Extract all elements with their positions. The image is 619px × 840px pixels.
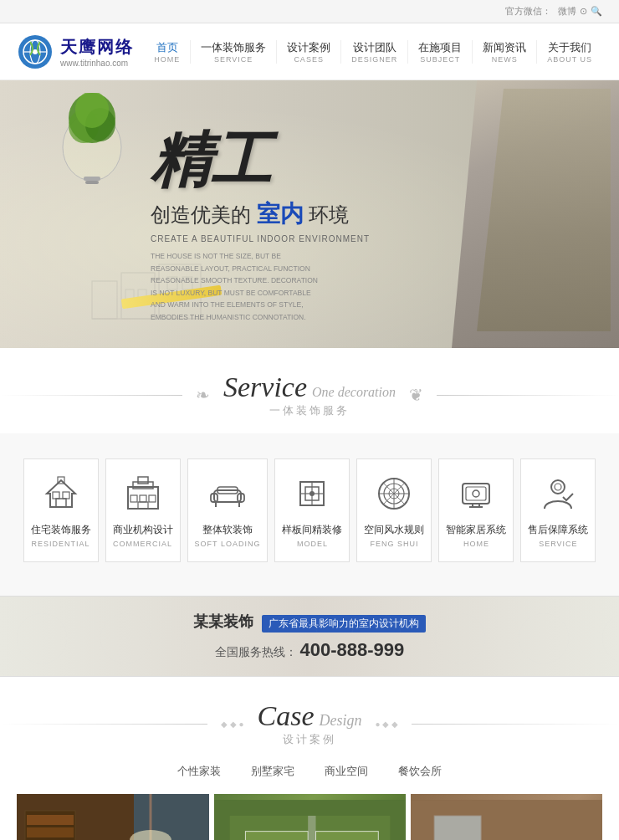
service-commercial-cn: 商业机构设计 [113,523,173,537]
cases-section-divider: ◆ ◆ ● Case Design 设计案例 ● ◆ ◆ [0,677,619,762]
filter-personal[interactable]: 个性家装 [171,762,228,781]
divider-line-left [0,395,182,396]
service-title-en: Service [223,371,307,403]
hero-en-title: CREATE A BEAUTIFUL INDOOR ENVIRONMENT [151,234,370,243]
svg-rect-63 [27,827,74,837]
service-residential-cn: 住宅装饰服务 [31,523,91,537]
svg-rect-21 [53,492,59,499]
service-item-residential[interactable]: 住宅装饰服务 RESIDENTIAL [23,458,99,562]
svg-rect-20 [56,499,66,507]
svg-rect-62 [27,815,74,825]
divider-line-right [437,395,619,396]
svg-rect-73 [316,832,379,840]
header: 天鹰网络 www.titrinhao.com 首页 HOME 一体装饰服务 SE… [0,23,619,80]
cases-title-area: Case Design 设计案例 [258,700,362,747]
hero-sub-title: 创造优美的 室内 环境 [151,199,370,229]
service-item-aftersale[interactable]: 售后保障系统 SERVICE [520,458,596,562]
cases-title-en: Case [258,700,315,732]
services-section: 住宅装饰服务 RESIDENTIAL 商业机构设计 COMMERCIAL 整体软… [0,433,619,596]
service-item-model[interactable]: 样板间精装修 MODEL [274,458,350,562]
nav-about[interactable]: 关于我们 ABOUT US [537,40,602,64]
nav-designer[interactable]: 设计团队 DESIGNER [341,40,408,64]
svg-point-55 [551,480,565,494]
nav-designer-cn: 设计团队 [353,40,396,55]
service-item-commercial[interactable]: 商业机构设计 COMMERCIAL [105,458,181,562]
nav-cases[interactable]: 设计案例 CASES [277,40,341,64]
nav-about-en: ABOUT US [547,55,592,64]
filter-villa[interactable]: 别墅家宅 [244,762,301,781]
case-item-top1[interactable]: 巴达老寨茶馆装修设计 巴达老寨茶馆装修设计... [214,794,406,840]
svg-point-41 [310,491,315,496]
service-title-area: Service One decoration 一体装饰服务 [223,371,396,418]
svg-rect-27 [130,495,137,502]
svg-rect-26 [138,477,148,484]
cases-title-cn: 设计案例 [283,732,336,747]
hero-main-title: 精工 [151,131,370,191]
main-nav: 首页 HOME 一体装饰服务 SERVICE 设计案例 CASES 设计团队 D… [144,40,602,64]
sofa-icon [207,473,248,515]
cta-phone-number: 400-888-999 [300,639,405,660]
nav-home[interactable]: 首页 HOME [144,40,191,64]
commercial-icon [122,473,164,515]
search-icon[interactable]: 🔍 [591,6,602,17]
service-commercial-en: COMMERCIAL [113,540,172,548]
floral-deco-left: ❧ [196,385,210,405]
cases-deco-left: ◆ ◆ ● [221,720,244,729]
filter-dining[interactable]: 餐饮会所 [391,762,448,781]
service-model-cn: 样板间精装修 [282,523,342,537]
service-item-smart[interactable]: 智能家居系统 HOME [438,458,514,562]
service-model-en: MODEL [297,540,328,548]
svg-point-54 [473,490,479,497]
filter-commercial[interactable]: 商业空间 [318,762,375,781]
svg-point-4 [33,49,38,54]
svg-point-56 [555,484,561,490]
official-wechat-label: 官方微信： [505,5,551,18]
service-aftersale-en: SERVICE [539,540,577,548]
nav-news-cn: 新闻资讯 [483,40,526,55]
nav-home-cn: 首页 [156,40,178,55]
service-fengshui-cn: 空间风水规则 [364,523,424,537]
hero-banner: 精工 创造优美的 室内 环境 CREATE A BEAUTIFUL INDOOR… [0,80,619,348]
case-item-top2[interactable]: 巴达老寨茶馆装修设计1 巴达老寨茶馆装修设计... [411,794,602,840]
svg-rect-72 [245,832,308,840]
cases-filter: 个性家装 别墅家宅 商业空间 餐饮会所 [0,762,619,781]
cases-title-en-sub: Design [320,712,362,730]
svg-rect-29 [149,495,156,502]
service-icon [537,473,579,515]
service-item-fengshui[interactable]: 空间风水规则 FENG SHUI [356,458,432,562]
service-residential-en: RESIDENTIAL [32,540,90,548]
nav-service[interactable]: 一体装饰服务 SERVICE [191,40,277,64]
cases-deco-right: ● ◆ ◆ [376,720,399,729]
cases-grid: 巴达老寨茶馆装修设计4 巴达老寨茶馆装修设计... 巴达老寨茶馆装修设计 巴达老… [0,794,619,840]
service-smart-en: HOME [463,540,489,548]
service-fengshui-en: FENG SHUI [370,540,418,548]
service-item-soft[interactable]: 整体软装饰 SOFT LOADING [187,458,269,562]
nav-subject-en: SUBJECT [420,55,460,64]
cta-company: 某某装饰 [193,613,253,630]
logo: 天鹰网络 www.titrinhao.com [17,33,134,70]
cases-divider-right [412,724,619,725]
nav-news[interactable]: 新闻资讯 NEWS [473,40,537,64]
service-title-cn: 一体装饰服务 [269,403,350,418]
nav-subject[interactable]: 在施项目 SUBJECT [408,40,473,64]
service-soft-cn: 整体软装饰 [202,523,253,537]
svg-point-11 [75,93,109,128]
wechat-icon[interactable]: ⊙ [580,6,587,17]
weibo-icon[interactable]: 微博 [558,5,576,18]
logo-text: 天鹰网络 www.titrinhao.com [60,36,134,68]
nav-home-en: HOME [154,55,180,64]
svg-rect-50 [466,487,486,500]
smart-icon [455,473,497,515]
cta-company-line: 某某装饰 广东省最具影响力的室内设计机构 [17,612,602,633]
cta-banner: 某某装饰 广东省最具影响力的室内设计机构 全国服务热线： 400-888-999 [0,596,619,677]
case-item-4[interactable]: 巴达老寨茶馆装修设计4 巴达老寨茶馆装修设计... [17,794,209,840]
nav-subject-cn: 在施项目 [418,40,462,55]
service-aftersale-cn: 售后保障系统 [528,523,588,537]
nav-cases-cn: 设计案例 [287,40,330,55]
logo-name: 天鹰网络 [60,36,134,59]
svg-rect-12 [92,281,117,319]
hero-worker-panel [452,80,619,348]
svg-rect-28 [140,495,146,502]
sample-icon [291,473,333,515]
nav-news-en: NEWS [492,55,518,64]
